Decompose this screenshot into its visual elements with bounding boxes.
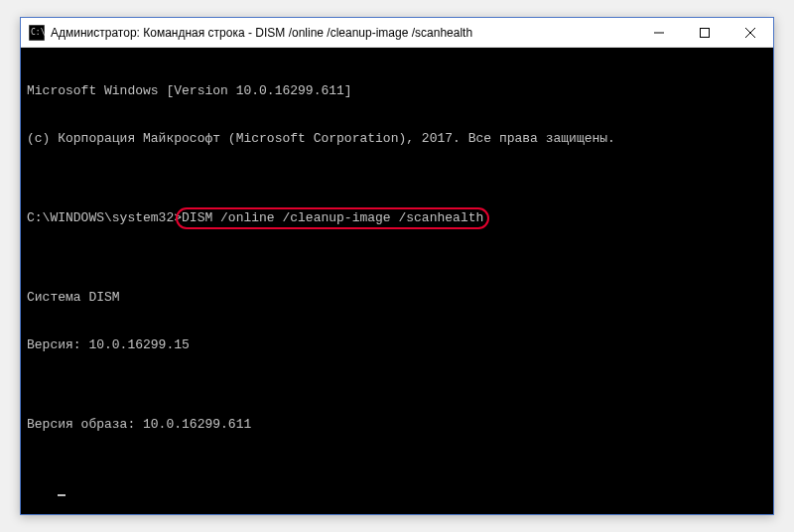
svg-rect-4 (701, 28, 710, 37)
svg-line-6 (745, 28, 755, 38)
svg-text:C:\: C:\ (31, 28, 45, 37)
console-line: (c) Корпорация Майкрософт (Microsoft Cor… (27, 131, 767, 147)
window-controls (636, 18, 773, 47)
titlebar[interactable]: C:\ Администратор: Командная строка - DI… (21, 18, 773, 48)
maximize-button[interactable] (682, 18, 728, 47)
console-line: Microsoft Windows [Version 10.0.16299.61… (27, 83, 767, 99)
window-title: Администратор: Командная строка - DISM /… (51, 26, 636, 40)
close-button[interactable] (728, 18, 773, 47)
cmd-icon: C:\ (29, 25, 45, 41)
command-text: DISM /online /cleanup-image /scanhealth (182, 210, 483, 226)
prompt-text: C:\WINDOWS\system32> (27, 210, 182, 226)
console-line: Версия образа: 10.0.16299.611 (27, 417, 767, 433)
minimize-button[interactable] (636, 18, 682, 47)
console-line: Версия: 10.0.16299.15 (27, 337, 767, 353)
console-area[interactable]: Microsoft Windows [Version 10.0.16299.61… (21, 48, 773, 514)
cmd-window: C:\ Администратор: Командная строка - DI… (20, 17, 774, 515)
svg-line-5 (745, 28, 755, 38)
highlighted-command: DISM /online /cleanup-image /scanhealth (182, 210, 483, 226)
console-line: Cистема DISM (27, 290, 767, 306)
prompt-line: C:\WINDOWS\system32> DISM /online /clean… (27, 210, 767, 226)
text-cursor (58, 494, 66, 496)
